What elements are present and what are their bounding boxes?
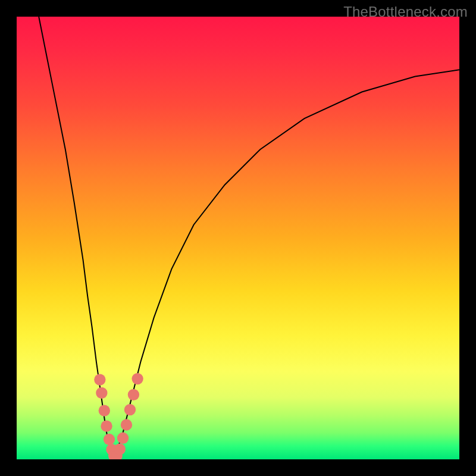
watermark-text: TheBottleneck.com <box>343 4 468 20</box>
marker-dot <box>128 389 139 400</box>
marker-dot <box>99 405 110 416</box>
marker-dot <box>117 433 129 444</box>
curve-layer <box>17 17 459 459</box>
highlight-dots <box>94 373 143 459</box>
plot-area <box>17 17 459 459</box>
marker-dot <box>131 373 143 384</box>
marker-dot <box>96 387 107 399</box>
marker-dot <box>94 374 105 385</box>
marker-dot <box>101 421 112 432</box>
marker-dot <box>114 443 126 455</box>
marker-dot <box>121 419 132 430</box>
chart-frame: TheBottleneck.com <box>0 0 476 476</box>
series-right <box>114 70 459 459</box>
marker-dot <box>124 404 136 415</box>
marker-dot <box>104 434 115 445</box>
